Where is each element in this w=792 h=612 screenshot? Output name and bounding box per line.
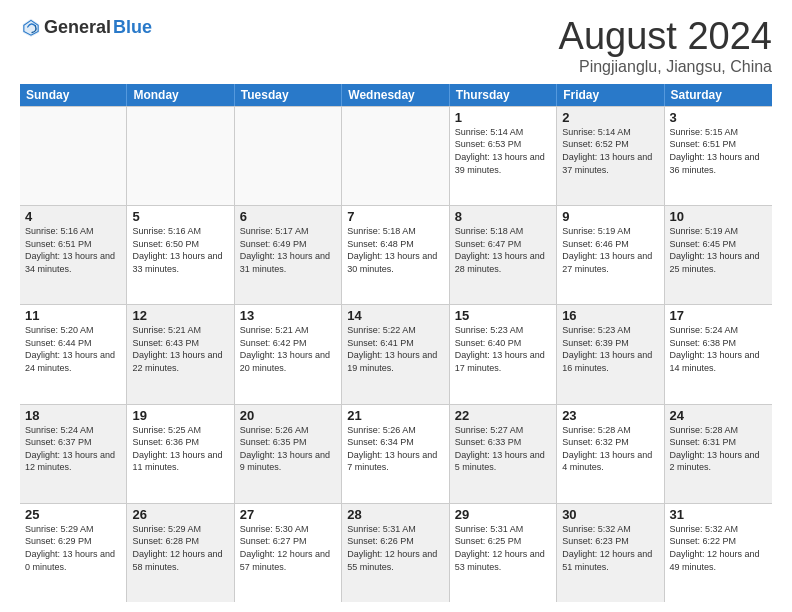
page: GeneralBlue August 2024 Pingjianglu, Jia… (0, 0, 792, 612)
day-cell-27: 27Sunrise: 5:30 AM Sunset: 6:27 PM Dayli… (235, 504, 342, 602)
day-cell-11: 11Sunrise: 5:20 AM Sunset: 6:44 PM Dayli… (20, 305, 127, 403)
day-number: 13 (240, 308, 336, 323)
day-number: 19 (132, 408, 228, 423)
day-cell-7: 7Sunrise: 5:18 AM Sunset: 6:48 PM Daylig… (342, 206, 449, 304)
day-info: Sunrise: 5:20 AM Sunset: 6:44 PM Dayligh… (25, 324, 121, 374)
day-info: Sunrise: 5:31 AM Sunset: 6:26 PM Dayligh… (347, 523, 443, 573)
day-cell-empty (20, 107, 127, 205)
week-row-2: 4Sunrise: 5:16 AM Sunset: 6:51 PM Daylig… (20, 205, 772, 304)
day-cell-2: 2Sunrise: 5:14 AM Sunset: 6:52 PM Daylig… (557, 107, 664, 205)
day-info: Sunrise: 5:24 AM Sunset: 6:37 PM Dayligh… (25, 424, 121, 474)
day-info: Sunrise: 5:28 AM Sunset: 6:32 PM Dayligh… (562, 424, 658, 474)
calendar-body: 1Sunrise: 5:14 AM Sunset: 6:53 PM Daylig… (20, 106, 772, 602)
day-number: 28 (347, 507, 443, 522)
day-cell-3: 3Sunrise: 5:15 AM Sunset: 6:51 PM Daylig… (665, 107, 772, 205)
day-info: Sunrise: 5:23 AM Sunset: 6:40 PM Dayligh… (455, 324, 551, 374)
day-cell-10: 10Sunrise: 5:19 AM Sunset: 6:45 PM Dayli… (665, 206, 772, 304)
day-cell-26: 26Sunrise: 5:29 AM Sunset: 6:28 PM Dayli… (127, 504, 234, 602)
day-number: 12 (132, 308, 228, 323)
header-thursday: Thursday (450, 84, 557, 106)
header-wednesday: Wednesday (342, 84, 449, 106)
day-number: 8 (455, 209, 551, 224)
header: GeneralBlue August 2024 Pingjianglu, Jia… (20, 16, 772, 76)
day-info: Sunrise: 5:24 AM Sunset: 6:38 PM Dayligh… (670, 324, 767, 374)
day-number: 22 (455, 408, 551, 423)
day-info: Sunrise: 5:31 AM Sunset: 6:25 PM Dayligh… (455, 523, 551, 573)
day-cell-23: 23Sunrise: 5:28 AM Sunset: 6:32 PM Dayli… (557, 405, 664, 503)
day-cell-empty (342, 107, 449, 205)
logo: GeneralBlue (20, 16, 152, 38)
week-row-4: 18Sunrise: 5:24 AM Sunset: 6:37 PM Dayli… (20, 404, 772, 503)
logo-text-blue: Blue (113, 17, 152, 38)
day-info: Sunrise: 5:21 AM Sunset: 6:43 PM Dayligh… (132, 324, 228, 374)
day-number: 3 (670, 110, 767, 125)
day-info: Sunrise: 5:18 AM Sunset: 6:48 PM Dayligh… (347, 225, 443, 275)
day-info: Sunrise: 5:18 AM Sunset: 6:47 PM Dayligh… (455, 225, 551, 275)
day-info: Sunrise: 5:29 AM Sunset: 6:29 PM Dayligh… (25, 523, 121, 573)
svg-marker-0 (23, 19, 40, 37)
day-number: 4 (25, 209, 121, 224)
day-cell-30: 30Sunrise: 5:32 AM Sunset: 6:23 PM Dayli… (557, 504, 664, 602)
calendar-header: Sunday Monday Tuesday Wednesday Thursday… (20, 84, 772, 106)
day-cell-17: 17Sunrise: 5:24 AM Sunset: 6:38 PM Dayli… (665, 305, 772, 403)
day-info: Sunrise: 5:29 AM Sunset: 6:28 PM Dayligh… (132, 523, 228, 573)
day-cell-empty (235, 107, 342, 205)
day-cell-29: 29Sunrise: 5:31 AM Sunset: 6:25 PM Dayli… (450, 504, 557, 602)
day-number: 29 (455, 507, 551, 522)
day-info: Sunrise: 5:14 AM Sunset: 6:53 PM Dayligh… (455, 126, 551, 176)
day-number: 26 (132, 507, 228, 522)
day-number: 25 (25, 507, 121, 522)
day-number: 21 (347, 408, 443, 423)
day-number: 23 (562, 408, 658, 423)
logo-icon (20, 16, 42, 38)
day-number: 24 (670, 408, 767, 423)
day-cell-18: 18Sunrise: 5:24 AM Sunset: 6:37 PM Dayli… (20, 405, 127, 503)
day-cell-12: 12Sunrise: 5:21 AM Sunset: 6:43 PM Dayli… (127, 305, 234, 403)
day-info: Sunrise: 5:26 AM Sunset: 6:34 PM Dayligh… (347, 424, 443, 474)
day-number: 30 (562, 507, 658, 522)
day-info: Sunrise: 5:32 AM Sunset: 6:22 PM Dayligh… (670, 523, 767, 573)
day-cell-15: 15Sunrise: 5:23 AM Sunset: 6:40 PM Dayli… (450, 305, 557, 403)
header-sunday: Sunday (20, 84, 127, 106)
calendar: Sunday Monday Tuesday Wednesday Thursday… (20, 84, 772, 602)
day-cell-13: 13Sunrise: 5:21 AM Sunset: 6:42 PM Dayli… (235, 305, 342, 403)
day-info: Sunrise: 5:26 AM Sunset: 6:35 PM Dayligh… (240, 424, 336, 474)
location: Pingjianglu, Jiangsu, China (559, 58, 772, 76)
week-row-5: 25Sunrise: 5:29 AM Sunset: 6:29 PM Dayli… (20, 503, 772, 602)
day-info: Sunrise: 5:22 AM Sunset: 6:41 PM Dayligh… (347, 324, 443, 374)
day-cell-31: 31Sunrise: 5:32 AM Sunset: 6:22 PM Dayli… (665, 504, 772, 602)
header-saturday: Saturday (665, 84, 772, 106)
day-number: 16 (562, 308, 658, 323)
header-tuesday: Tuesday (235, 84, 342, 106)
header-friday: Friday (557, 84, 664, 106)
day-number: 18 (25, 408, 121, 423)
day-info: Sunrise: 5:16 AM Sunset: 6:50 PM Dayligh… (132, 225, 228, 275)
day-cell-14: 14Sunrise: 5:22 AM Sunset: 6:41 PM Dayli… (342, 305, 449, 403)
day-cell-9: 9Sunrise: 5:19 AM Sunset: 6:46 PM Daylig… (557, 206, 664, 304)
day-number: 1 (455, 110, 551, 125)
day-number: 17 (670, 308, 767, 323)
day-number: 27 (240, 507, 336, 522)
day-info: Sunrise: 5:21 AM Sunset: 6:42 PM Dayligh… (240, 324, 336, 374)
day-cell-4: 4Sunrise: 5:16 AM Sunset: 6:51 PM Daylig… (20, 206, 127, 304)
day-number: 6 (240, 209, 336, 224)
day-number: 5 (132, 209, 228, 224)
month-title: August 2024 (559, 16, 772, 58)
header-monday: Monday (127, 84, 234, 106)
day-info: Sunrise: 5:15 AM Sunset: 6:51 PM Dayligh… (670, 126, 767, 176)
day-cell-6: 6Sunrise: 5:17 AM Sunset: 6:49 PM Daylig… (235, 206, 342, 304)
day-info: Sunrise: 5:30 AM Sunset: 6:27 PM Dayligh… (240, 523, 336, 573)
day-number: 20 (240, 408, 336, 423)
day-cell-25: 25Sunrise: 5:29 AM Sunset: 6:29 PM Dayli… (20, 504, 127, 602)
logo-area: GeneralBlue (20, 16, 152, 38)
logo-text-general: General (44, 17, 111, 38)
day-cell-21: 21Sunrise: 5:26 AM Sunset: 6:34 PM Dayli… (342, 405, 449, 503)
title-area: August 2024 Pingjianglu, Jiangsu, China (559, 16, 772, 76)
day-cell-16: 16Sunrise: 5:23 AM Sunset: 6:39 PM Dayli… (557, 305, 664, 403)
day-info: Sunrise: 5:27 AM Sunset: 6:33 PM Dayligh… (455, 424, 551, 474)
day-info: Sunrise: 5:17 AM Sunset: 6:49 PM Dayligh… (240, 225, 336, 275)
day-cell-20: 20Sunrise: 5:26 AM Sunset: 6:35 PM Dayli… (235, 405, 342, 503)
day-cell-8: 8Sunrise: 5:18 AM Sunset: 6:47 PM Daylig… (450, 206, 557, 304)
day-info: Sunrise: 5:32 AM Sunset: 6:23 PM Dayligh… (562, 523, 658, 573)
day-number: 14 (347, 308, 443, 323)
